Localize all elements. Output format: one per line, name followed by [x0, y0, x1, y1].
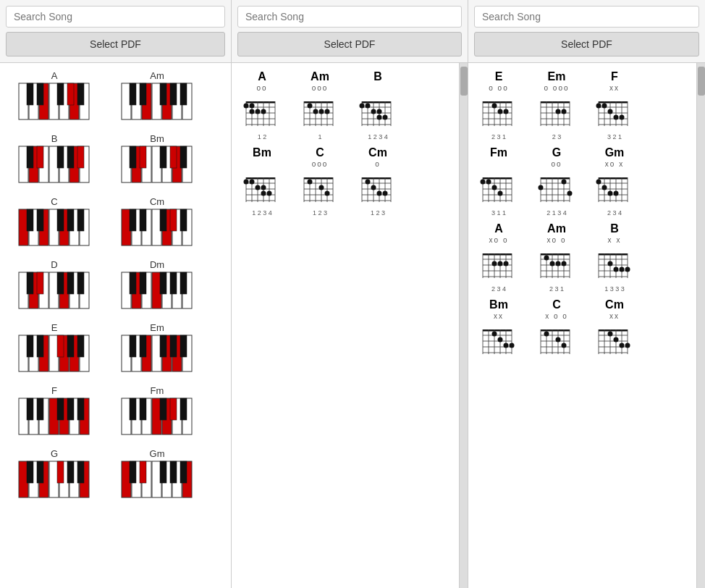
piano-chord-c: C	[7, 196, 101, 251]
guitar-chord-open-strings: o ooo	[544, 84, 569, 93]
svg-point-391	[562, 261, 567, 266]
svg-point-327	[486, 180, 491, 185]
left-search-input[interactable]	[6, 6, 225, 28]
svg-point-373	[492, 261, 497, 266]
svg-point-180	[244, 104, 249, 109]
chord-label: B	[7, 133, 101, 144]
guitar-chord-fingers: 1 2 3	[313, 209, 327, 217]
svg-point-231	[244, 180, 249, 185]
svg-rect-376	[541, 253, 570, 256]
guitar-chord-fingers: 3 1 1	[491, 209, 506, 217]
mid-scrollbar[interactable]	[459, 63, 468, 588]
guitar-chord-title: F	[611, 70, 618, 83]
chord-label: Cm	[110, 196, 204, 207]
svg-rect-116	[140, 335, 146, 357]
svg-rect-115	[130, 335, 136, 357]
svg-rect-35	[77, 146, 84, 168]
svg-point-404	[608, 261, 613, 266]
svg-rect-392	[599, 253, 628, 256]
svg-point-184	[261, 109, 266, 114]
mid-panel-content[interactable]: Aoo1 2Amooo1B 1 2 3 4Bm 1 2 3 4Cooo1 2 3…	[232, 63, 459, 588]
guitar-chord-open-strings: xx	[494, 312, 504, 321]
svg-rect-43	[130, 146, 136, 168]
svg-point-423	[510, 343, 515, 348]
svg-point-216	[377, 109, 382, 114]
right-chords-grid: Eo oo2 3 1Emo ooo2 3Fxx3 2 1Fm 3 1 1Goo2…	[468, 63, 696, 376]
svg-rect-91	[130, 272, 136, 294]
svg-rect-131	[77, 398, 84, 420]
guitar-chord-open-strings	[376, 84, 380, 93]
guitar-chord-gm-right: Gmxo x2 3 4	[588, 146, 641, 217]
svg-rect-20	[140, 83, 146, 105]
svg-rect-345	[599, 177, 628, 180]
svg-rect-71	[180, 209, 187, 231]
mid-select-pdf-button[interactable]: Select PDF	[237, 32, 462, 56]
right-column: Select PDF Eo oo2 3 1Emo ooo2 3Fxx3 2 1F…	[468, 0, 705, 588]
svg-rect-151	[27, 461, 33, 483]
svg-point-437	[556, 337, 561, 343]
svg-point-406	[620, 267, 625, 272]
svg-rect-439	[599, 329, 628, 332]
guitar-chord-fingers: 2 3	[552, 133, 562, 140]
svg-point-218	[383, 115, 388, 120]
svg-rect-152	[37, 461, 43, 483]
piano-chord-g: G	[7, 448, 101, 503]
svg-point-359	[608, 191, 613, 196]
right-select-pdf-button[interactable]: Select PDF	[474, 32, 699, 56]
guitar-chord-fingers: 2 1 3 4	[546, 209, 567, 217]
right-scrollbar-thumb[interactable]	[698, 67, 705, 96]
svg-point-328	[492, 185, 497, 190]
guitar-chord-b-right: Bx x1 3 3 3	[588, 222, 641, 293]
guitar-chord-title: Cm	[605, 298, 624, 311]
svg-rect-143	[180, 398, 187, 420]
right-search-input[interactable]	[474, 6, 699, 28]
svg-rect-57	[57, 209, 64, 231]
svg-point-232	[250, 180, 255, 185]
svg-rect-32	[37, 146, 43, 168]
guitar-chord-a-mid: Aoo1 2	[236, 70, 288, 140]
svg-point-438	[562, 343, 567, 348]
svg-point-280	[492, 104, 497, 109]
guitar-chord-title: Fm	[490, 146, 507, 159]
svg-rect-268	[483, 101, 512, 104]
svg-point-309	[596, 104, 601, 109]
guitar-chord-title: Bm	[253, 146, 271, 159]
mid-scrollbar-thumb[interactable]	[460, 67, 468, 96]
guitar-chord-fingers: 1 2 3 4	[252, 209, 272, 217]
svg-rect-119	[180, 335, 187, 357]
svg-rect-164	[140, 461, 146, 483]
svg-rect-163	[130, 461, 136, 483]
svg-point-198	[313, 109, 318, 114]
guitar-chord-title: B	[610, 222, 619, 235]
svg-rect-59	[77, 209, 84, 231]
guitar-chord-open-strings: ooo	[312, 160, 329, 169]
svg-point-405	[614, 267, 619, 272]
svg-rect-34	[67, 146, 74, 168]
guitar-chord-open-strings: ooo	[312, 84, 329, 93]
left-select-pdf-button[interactable]: Select PDF	[6, 32, 225, 56]
guitar-chord-am-right: Amxo o2 3 1	[531, 222, 583, 293]
guitar-chord-title: Am	[311, 70, 329, 83]
svg-rect-219	[246, 177, 275, 180]
svg-rect-23	[180, 83, 187, 105]
piano-chord-bm: Bm	[110, 133, 204, 188]
guitar-chord-title: C	[552, 298, 561, 311]
svg-point-199	[319, 109, 324, 114]
right-panel-content[interactable]: Eo oo2 3 1Emo ooo2 3Fxx3 2 1Fm 3 1 1Goo2…	[468, 63, 696, 588]
guitar-chord-fingers: 1 2 3	[371, 209, 385, 217]
svg-rect-95	[180, 272, 187, 294]
svg-point-374	[498, 261, 503, 266]
svg-rect-105	[57, 335, 64, 357]
svg-rect-22	[170, 83, 177, 105]
svg-point-217	[377, 115, 382, 120]
svg-point-197	[308, 104, 313, 109]
chord-label: Fm	[110, 385, 204, 396]
svg-rect-237	[304, 177, 333, 180]
svg-point-343	[539, 185, 544, 190]
svg-rect-166	[170, 461, 177, 483]
svg-point-422	[504, 343, 509, 348]
mid-search-input[interactable]	[237, 6, 462, 28]
svg-rect-361	[483, 253, 512, 256]
svg-rect-104	[37, 335, 43, 357]
right-scrollbar[interactable]	[696, 63, 705, 588]
